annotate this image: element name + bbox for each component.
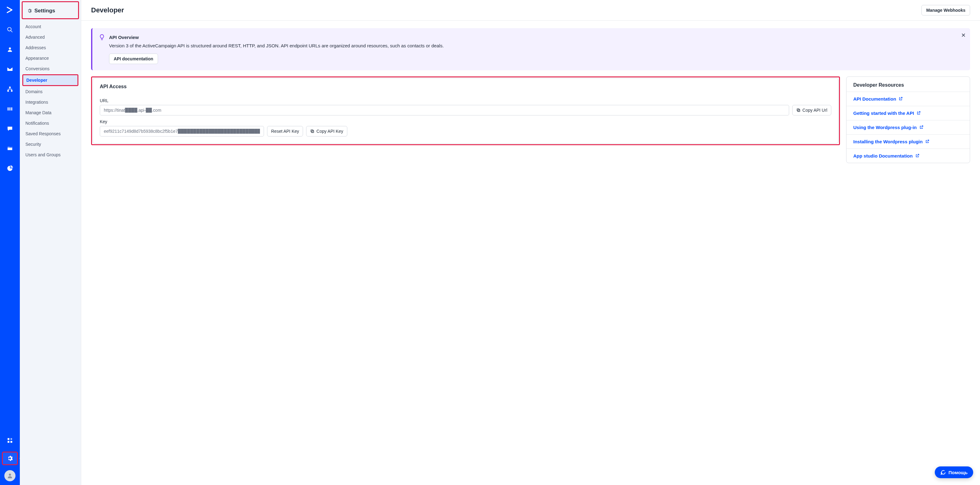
sidebar-item-domains[interactable]: Domains: [22, 87, 78, 97]
api-key-input[interactable]: [100, 126, 264, 136]
settings-sidebar: Settings Account Advanced Addresses Appe…: [20, 0, 81, 485]
api-overview-banner: ✕ API Overview Version 3 of the ActiveCa…: [91, 28, 970, 70]
resources-title: Developer Resources: [846, 77, 970, 92]
campaigns-icon[interactable]: [4, 63, 16, 76]
resource-link-wp-plugin-install[interactable]: Installing the Wordpress plugin: [853, 139, 929, 144]
url-label: URL: [100, 98, 831, 103]
svg-rect-19: [312, 130, 314, 133]
settings-header: Settings: [24, 3, 77, 17]
avatar[interactable]: [4, 470, 16, 481]
svg-rect-20: [311, 130, 313, 132]
svg-point-16: [9, 474, 11, 476]
svg-rect-18: [797, 109, 799, 111]
external-link-icon: [899, 97, 903, 101]
api-access-title: API Access: [93, 78, 838, 91]
apps-icon[interactable]: [4, 434, 16, 447]
svg-rect-4: [8, 90, 9, 92]
svg-rect-3: [9, 87, 11, 88]
sidebar-item-account[interactable]: Account: [22, 22, 78, 32]
external-link-icon: [916, 111, 921, 115]
settings-title: Settings: [34, 8, 55, 14]
developer-resources-card: Developer Resources API Documentation Ge…: [846, 76, 970, 163]
external-link-icon: [919, 125, 924, 129]
api-access-card: API Access URL Copy API Url Key: [93, 78, 838, 144]
main-content: Developer Manage Webhooks ✕ API Overview…: [81, 0, 980, 485]
sidebar-item-integrations[interactable]: Integrations: [22, 97, 78, 107]
svg-rect-14: [11, 441, 13, 443]
svg-point-11: [8, 147, 9, 147]
chat-icon: [940, 469, 946, 475]
external-link-icon: [915, 154, 920, 158]
svg-rect-5: [11, 90, 13, 92]
svg-rect-7: [9, 108, 10, 111]
external-link-icon: [925, 139, 929, 144]
copy-api-url-button[interactable]: Copy API Url: [792, 105, 831, 116]
sidebar-item-appearance[interactable]: Appearance: [22, 53, 78, 63]
svg-line-1: [11, 31, 13, 32]
sidebar-item-advanced[interactable]: Advanced: [22, 32, 78, 42]
close-icon[interactable]: ✕: [961, 32, 966, 39]
svg-rect-6: [8, 108, 9, 111]
svg-rect-8: [11, 108, 12, 111]
manage-webhooks-button[interactable]: Manage Webhooks: [921, 5, 970, 16]
svg-point-12: [9, 147, 10, 147]
automations-icon[interactable]: [4, 83, 16, 95]
reset-api-key-button[interactable]: Reset API Key: [267, 126, 303, 136]
conversations-icon[interactable]: [4, 122, 16, 135]
sidebar-item-addresses[interactable]: Addresses: [22, 43, 78, 52]
page-title: Developer: [91, 6, 124, 14]
site-icon[interactable]: [4, 143, 16, 155]
logo-icon[interactable]: [4, 4, 16, 16]
copy-api-key-button[interactable]: Copy API Key: [306, 126, 347, 136]
settings-nav: Account Advanced Addresses Appearance Co…: [20, 22, 81, 160]
search-icon[interactable]: [4, 24, 16, 36]
svg-rect-17: [798, 109, 800, 111]
copy-icon: [310, 129, 315, 133]
resource-link-getting-started[interactable]: Getting started with the API: [853, 111, 921, 116]
copy-icon: [796, 108, 800, 113]
svg-point-2: [9, 48, 11, 49]
sidebar-item-notifications[interactable]: Notifications: [22, 118, 78, 128]
resource-link-api-doc[interactable]: API Documentation: [853, 96, 903, 101]
banner-description: Version 3 of the ActiveCampaign API is s…: [109, 43, 964, 49]
sidebar-item-conversions[interactable]: Conversions: [22, 64, 78, 74]
sidebar-item-saved-responses[interactable]: Saved Responses: [22, 129, 78, 139]
sidebar-item-manage-data[interactable]: Manage Data: [22, 108, 78, 117]
lightbulb-icon: [99, 34, 105, 41]
banner-title: API Overview: [109, 35, 139, 40]
gear-icon: [27, 8, 32, 13]
api-documentation-button[interactable]: API documentation: [109, 54, 158, 64]
key-label: Key: [100, 119, 831, 124]
sidebar-item-security[interactable]: Security: [22, 139, 78, 149]
svg-rect-13: [8, 438, 10, 440]
contacts-icon[interactable]: [4, 43, 16, 56]
settings-icon[interactable]: [2, 452, 18, 465]
sidebar-item-users-groups[interactable]: Users and Groups: [22, 150, 78, 160]
help-button[interactable]: Помощь: [935, 466, 973, 478]
icon-sidebar: [0, 0, 20, 485]
deals-icon[interactable]: [4, 103, 16, 115]
resource-link-app-studio[interactable]: App studio Documentation: [853, 153, 920, 158]
main-header: Developer Manage Webhooks: [81, 0, 980, 21]
api-url-input[interactable]: [100, 105, 789, 116]
svg-rect-15: [8, 441, 10, 443]
sidebar-item-developer[interactable]: Developer: [23, 75, 78, 85]
reports-icon[interactable]: [4, 162, 16, 174]
resource-link-wp-plugin-use[interactable]: Using the Wordpress plug-in: [853, 125, 924, 130]
